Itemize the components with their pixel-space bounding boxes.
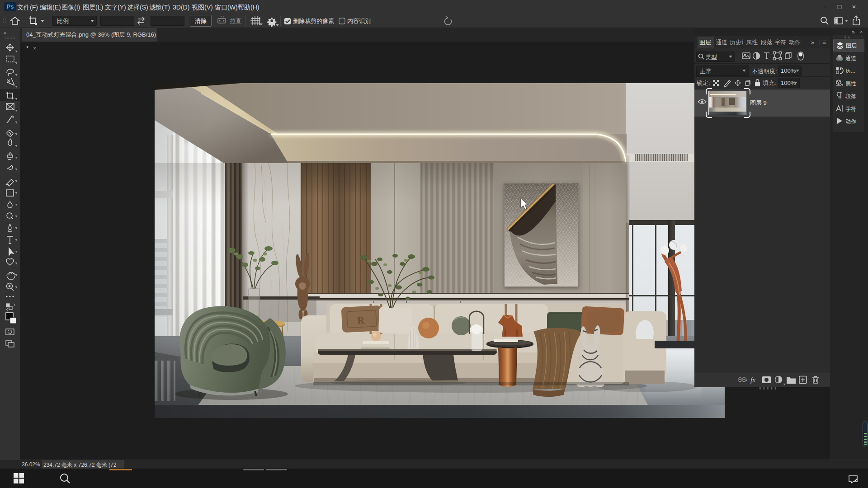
svg-text:R: R <box>357 314 365 326</box>
svg-text:fx: fx <box>750 376 755 384</box>
svg-text:»: » <box>4 30 6 35</box>
